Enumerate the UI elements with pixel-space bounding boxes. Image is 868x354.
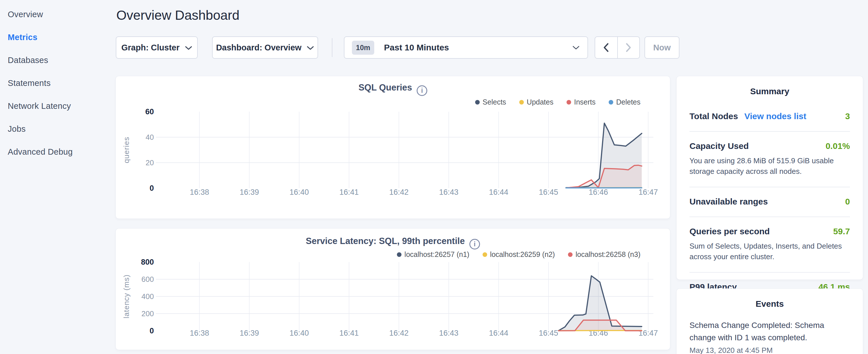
chart-canvas: 16:3816:3916:4016:4116:4216:4316:4416:45… (116, 229, 670, 350)
svg-text:0: 0 (150, 326, 154, 335)
svg-text:16:39: 16:39 (240, 188, 259, 196)
svg-text:40: 40 (146, 133, 154, 141)
chevron-right-icon (625, 43, 631, 53)
sidebar-item-databases[interactable]: Databases (0, 49, 115, 72)
page-title: Overview Dashboard (116, 7, 240, 23)
summary-panel: Summary Total Nodes View nodes list 3 Ca… (677, 76, 863, 280)
svg-text:16:38: 16:38 (190, 188, 209, 196)
overview-dashboard-page: { "sidebar": { "items": [ {"label": "Ove… (0, 0, 868, 354)
svg-text:16:42: 16:42 (389, 188, 409, 196)
svg-text:16:43: 16:43 (439, 329, 459, 337)
time-step-button-group (595, 36, 640, 59)
now-button-label: Now (653, 43, 671, 53)
events-panel: Events Schema Change Completed: Schema c… (677, 289, 863, 354)
summary-title: Summary (677, 87, 863, 96)
dashboard-dropdown[interactable]: Dashboard: Overview (212, 36, 318, 59)
chevron-left-icon (603, 43, 609, 53)
svg-text:60: 60 (145, 107, 154, 116)
summary-row-capacity-used: Capacity Used 0.01% You are using 28.6 M… (689, 132, 850, 187)
svg-text:800: 800 (141, 258, 154, 266)
chevron-down-icon (307, 43, 314, 53)
chevron-down-icon (185, 43, 192, 53)
time-range-label: Past 10 Minutes (384, 43, 572, 53)
svg-text:20: 20 (146, 158, 154, 167)
summary-row-value: 0 (845, 197, 850, 206)
sidebar-item-overview[interactable]: Overview (0, 3, 115, 26)
sidebar: Overview Metrics Databases Statements Ne… (0, 0, 115, 354)
svg-text:16:42: 16:42 (389, 329, 409, 337)
summary-body: Total Nodes View nodes list 3 Capacity U… (677, 96, 863, 302)
svg-text:16:47: 16:47 (639, 188, 658, 196)
svg-text:16:41: 16:41 (339, 188, 359, 196)
time-range-dropdown[interactable]: 10m Past 10 Minutes (344, 36, 588, 59)
summary-row-value: 0.01% (826, 141, 850, 151)
svg-text:16:40: 16:40 (289, 188, 309, 196)
event-item[interactable]: Schema Change Completed: Schema change w… (677, 309, 863, 354)
summary-row-description: Sum of Selects, Updates, Inserts, and De… (689, 241, 850, 262)
svg-text:16:38: 16:38 (190, 329, 209, 337)
svg-text:0: 0 (150, 184, 154, 192)
summary-row-label: Capacity Used (689, 141, 749, 151)
sidebar-item-advanced-debug[interactable]: Advanced Debug (0, 140, 115, 163)
view-nodes-list-link[interactable]: View nodes list (744, 111, 806, 121)
controls-divider (332, 38, 333, 57)
svg-text:16:46: 16:46 (589, 188, 608, 196)
svg-text:16:45: 16:45 (539, 188, 558, 196)
service-latency-chart-panel: Service Latency: SQL, 99th percentilei l… (116, 229, 670, 350)
time-step-forward-button[interactable] (617, 37, 639, 58)
svg-text:600: 600 (142, 275, 154, 284)
summary-row-value: 59.7 (833, 227, 850, 236)
svg-text:16:40: 16:40 (289, 329, 309, 337)
svg-text:400: 400 (142, 292, 154, 301)
summary-row-total-nodes: Total Nodes View nodes list 3 (689, 102, 850, 132)
svg-text:16:45: 16:45 (539, 329, 558, 337)
sidebar-item-metrics[interactable]: Metrics (0, 26, 115, 49)
summary-row-label: Queries per second (689, 227, 770, 236)
sidebar-item-jobs[interactable]: Jobs (0, 118, 115, 140)
graph-scope-dropdown-label: Graph: Cluster (121, 43, 179, 53)
event-timestamp: May 13, 2020 at 4:45 PM (689, 346, 850, 354)
summary-row-queries-per-second: Queries per second 59.7 Sum of Selects, … (689, 217, 850, 273)
summary-row-unavailable-ranges: Unavailable ranges 0 (689, 187, 850, 217)
summary-row-description: You are using 28.6 MiB of 515.9 GiB usab… (689, 156, 850, 177)
sql-queries-chart-panel: SQL Queriesi SelectsUpdatesInsertsDelete… (116, 76, 670, 219)
events-title: Events (677, 299, 863, 309)
summary-row-value: 3 (845, 111, 850, 121)
time-range-badge: 10m (352, 41, 374, 55)
summary-row-label: Unavailable ranges (689, 197, 768, 206)
chart-canvas: 16:3816:3916:4016:4116:4216:4316:4416:45… (116, 76, 670, 219)
event-message: Schema Change Completed: Schema change w… (689, 319, 850, 344)
svg-text:queries: queries (122, 137, 131, 163)
chevron-down-icon (572, 43, 580, 53)
svg-text:16:44: 16:44 (489, 188, 508, 196)
now-button[interactable]: Now (645, 36, 679, 59)
svg-text:16:44: 16:44 (489, 329, 508, 337)
time-step-back-button[interactable] (595, 37, 617, 58)
dashboard-dropdown-label: Dashboard: Overview (216, 43, 302, 53)
sidebar-item-statements[interactable]: Statements (0, 72, 115, 95)
svg-text:200: 200 (142, 309, 154, 318)
svg-text:16:41: 16:41 (339, 329, 359, 337)
graph-scope-dropdown[interactable]: Graph: Cluster (116, 36, 198, 59)
svg-text:16:39: 16:39 (240, 329, 259, 337)
summary-row-label: Total Nodes (689, 111, 738, 121)
sidebar-item-network-latency[interactable]: Network Latency (0, 95, 115, 118)
svg-text:latency (ms): latency (ms) (122, 275, 131, 319)
svg-text:16:43: 16:43 (439, 188, 459, 196)
